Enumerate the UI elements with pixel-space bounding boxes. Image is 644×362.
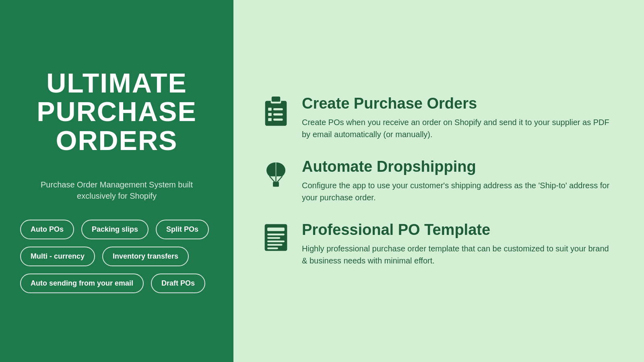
svg-rect-8 <box>273 118 283 120</box>
svg-rect-12 <box>273 182 279 187</box>
svg-rect-4 <box>273 108 283 110</box>
svg-rect-14 <box>267 228 285 231</box>
svg-rect-5 <box>268 113 272 116</box>
feature-create-po: Create Purchase Orders Create POs when y… <box>262 95 616 140</box>
clipboard-icon <box>262 97 290 125</box>
feature-create-po-title: Create Purchase Orders <box>302 95 616 112</box>
app-subtitle: Purchase Order Management System built e… <box>20 179 213 202</box>
tags-container: Auto POs Packing slips Split POs Multi -… <box>20 220 213 293</box>
svg-rect-19 <box>267 248 278 249</box>
parachute-icon <box>262 160 290 189</box>
tag-auto-sending[interactable]: Auto sending from your email <box>20 274 144 293</box>
feature-create-po-desc: Create POs when you receive an order on … <box>302 116 616 140</box>
svg-rect-16 <box>267 237 280 239</box>
svg-rect-6 <box>273 113 283 115</box>
svg-line-11 <box>277 176 282 182</box>
document-icon <box>262 224 290 252</box>
feature-po-template: Professional PO Template Highly professi… <box>262 222 616 267</box>
svg-rect-7 <box>268 118 272 121</box>
app-title: ULTIMATE PURCHASE ORDERS <box>37 69 197 155</box>
svg-rect-18 <box>267 244 283 246</box>
svg-rect-15 <box>267 234 285 235</box>
feature-dropship-title: Automate Dropshipping <box>302 158 616 175</box>
tag-draft-pos[interactable]: Draft POs <box>151 274 205 293</box>
tag-multi-currency[interactable]: Multi - currency <box>20 247 95 266</box>
tag-auto-pos[interactable]: Auto POs <box>20 220 74 239</box>
tag-split-pos[interactable]: Split POs <box>156 220 209 239</box>
feature-po-template-desc: Highly professional purchase order templ… <box>302 243 616 267</box>
svg-rect-17 <box>267 241 285 242</box>
feature-po-template-content: Professional PO Template Highly professi… <box>302 222 616 267</box>
tags-row-1: Auto POs Packing slips Split POs <box>20 220 213 239</box>
svg-line-9 <box>269 176 275 182</box>
feature-dropship-content: Automate Dropshipping Configure the app … <box>302 158 616 204</box>
tag-inventory-transfers[interactable]: Inventory transfers <box>102 247 189 266</box>
right-panel: Create Purchase Orders Create POs when y… <box>233 0 644 362</box>
tags-row-3: Auto sending from your email Draft POs <box>20 274 213 293</box>
tags-row-2: Multi - currency Inventory transfers <box>20 247 213 266</box>
feature-dropship-desc: Configure the app to use your customer's… <box>302 179 616 204</box>
feature-po-template-title: Professional PO Template <box>302 222 616 239</box>
feature-create-po-content: Create Purchase Orders Create POs when y… <box>302 95 616 140</box>
left-panel: ULTIMATE PURCHASE ORDERS Purchase Order … <box>0 0 233 362</box>
svg-rect-3 <box>268 108 272 111</box>
svg-rect-2 <box>271 97 280 102</box>
feature-dropship: Automate Dropshipping Configure the app … <box>262 158 616 204</box>
tag-packing-slips[interactable]: Packing slips <box>81 220 149 239</box>
